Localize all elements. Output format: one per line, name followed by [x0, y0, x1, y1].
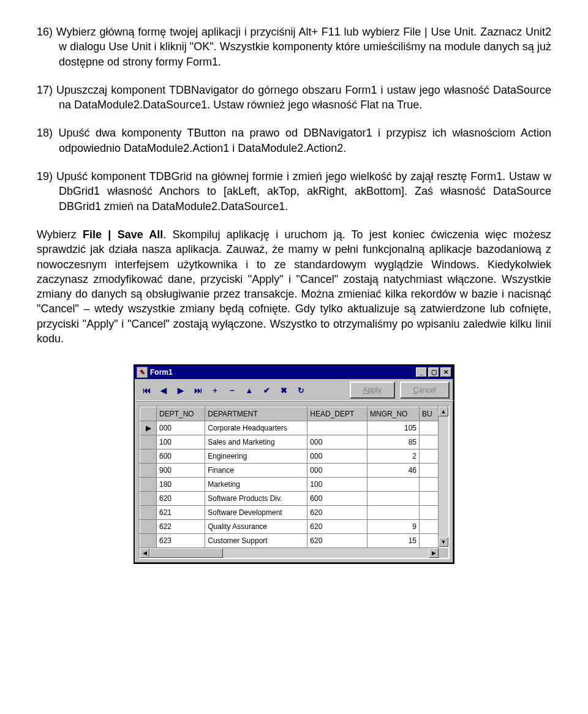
cell-bu[interactable] — [419, 435, 438, 449]
cell-bu[interactable] — [419, 421, 438, 435]
nav-prev-icon[interactable]: ◀ — [156, 383, 172, 397]
cell-head-dept[interactable]: 100 — [307, 478, 368, 492]
cell-mngr-no[interactable] — [368, 492, 420, 506]
cancel-rest: ancel — [418, 385, 436, 395]
cell-mngr-no[interactable] — [368, 506, 420, 520]
nav-insert-icon[interactable]: + — [207, 383, 223, 397]
cell-bu[interactable] — [419, 449, 438, 464]
paragraph-16: 16) Wybierz główną formę twojej aplikacj… — [37, 24, 551, 69]
cell-head-dept[interactable]: 000 — [307, 449, 368, 464]
nav-post-icon[interactable]: ✔ — [258, 383, 274, 397]
cell-bu[interactable] — [419, 534, 438, 548]
cell-dept-no[interactable]: 180 — [157, 478, 205, 492]
cell-head-dept[interactable]: 620 — [307, 506, 368, 520]
cell-mngr-no[interactable]: 85 — [368, 435, 420, 449]
col-mngr-no[interactable]: MNGR_NO — [368, 407, 420, 421]
row-indicator — [140, 534, 157, 548]
cell-bu[interactable] — [419, 478, 438, 492]
cell-dept-no[interactable]: 000 — [157, 421, 205, 435]
titlebar[interactable]: ✎ Form1 _ ▢ ✕ — [135, 366, 453, 379]
scroll-left-icon[interactable]: ◀ — [140, 548, 149, 558]
cell-dept-no[interactable]: 900 — [157, 464, 205, 478]
cell-bu[interactable] — [419, 506, 438, 520]
cell-department[interactable]: Marketing — [205, 478, 307, 492]
cell-bu[interactable] — [419, 464, 438, 478]
table-row[interactable]: 100Sales and Marketing00085 — [140, 435, 439, 449]
scroll-corner — [439, 548, 448, 558]
hscroll-thumb[interactable] — [149, 548, 223, 558]
cell-department[interactable]: Software Products Div. — [205, 492, 307, 506]
grid-corner — [140, 407, 157, 421]
dbgrid[interactable]: DEPT_NO DEPARTMENT HEAD_DEPT MNGR_NO BU … — [138, 405, 450, 559]
cell-head-dept[interactable]: 620 — [307, 534, 368, 548]
col-department[interactable]: DEPARTMENT — [205, 407, 307, 421]
table-row[interactable]: 622Quality Assurance6209 — [140, 520, 439, 534]
scroll-down-icon[interactable]: ▼ — [439, 537, 448, 547]
cell-department[interactable]: Engineering — [205, 449, 307, 464]
cell-dept-no[interactable]: 600 — [157, 449, 205, 464]
cancel-button[interactable]: Cancel — [400, 381, 450, 399]
close-button[interactable]: ✕ — [440, 367, 451, 377]
minimize-button[interactable]: _ — [416, 367, 427, 377]
nav-delete-icon[interactable]: − — [224, 383, 240, 397]
vscroll-track[interactable] — [439, 416, 448, 537]
cell-department[interactable]: Sales and Marketing — [205, 435, 307, 449]
nav-last-icon[interactable]: ⏭ — [190, 383, 206, 397]
cell-department[interactable]: Finance — [205, 464, 307, 478]
final-save-all: File | Save All — [83, 228, 163, 241]
table-row[interactable]: 623Customer Support62015 — [140, 534, 439, 548]
col-bu[interactable]: BU — [419, 407, 438, 421]
cell-dept-no[interactable]: 623 — [157, 534, 205, 548]
nav-cancel-icon[interactable]: ✖ — [276, 383, 292, 397]
vertical-scrollbar[interactable]: ▲ ▼ — [438, 407, 448, 547]
row-indicator — [140, 520, 157, 534]
cell-department[interactable]: Quality Assurance — [205, 520, 307, 534]
nav-edit-icon[interactable]: ▲ — [241, 383, 257, 397]
cell-mngr-no[interactable]: 46 — [368, 464, 420, 478]
row-indicator — [140, 464, 157, 478]
cell-head-dept[interactable]: 620 — [307, 520, 368, 534]
maximize-button[interactable]: ▢ — [428, 367, 439, 377]
cell-bu[interactable] — [419, 492, 438, 506]
table-row[interactable]: 600Engineering0002 — [140, 449, 439, 464]
col-dept-no[interactable]: DEPT_NO — [157, 407, 205, 421]
apply-button[interactable]: Apply — [350, 381, 395, 399]
cell-department[interactable]: Corporate Headquarters — [205, 421, 307, 435]
final-a: Wybierz — [37, 228, 83, 241]
cell-mngr-no[interactable]: 9 — [368, 520, 420, 534]
col-head-dept[interactable]: HEAD_DEPT — [307, 407, 368, 421]
nav-first-icon[interactable]: ⏮ — [138, 383, 154, 397]
table-row[interactable]: 900Finance00046 — [140, 464, 439, 478]
table-row[interactable]: 621Software Development620 — [140, 506, 439, 520]
cell-dept-no[interactable]: 622 — [157, 520, 205, 534]
cell-dept-no[interactable]: 620 — [157, 492, 205, 506]
row-indicator: ▶ — [140, 421, 157, 435]
cell-mngr-no[interactable]: 2 — [368, 449, 420, 464]
cell-dept-no[interactable]: 621 — [157, 506, 205, 520]
grid-table[interactable]: DEPT_NO DEPARTMENT HEAD_DEPT MNGR_NO BU … — [140, 407, 439, 548]
toolbar: ⏮ ◀ ▶ ⏭ + − ▲ ✔ ✖ ↻ Apply Cancel — [135, 379, 453, 402]
cell-head-dept[interactable]: 600 — [307, 492, 368, 506]
cell-department[interactable]: Software Development — [205, 506, 307, 520]
cell-head-dept[interactable]: 000 — [307, 464, 368, 478]
cell-mngr-no[interactable] — [368, 478, 420, 492]
nav-next-icon[interactable]: ▶ — [173, 383, 189, 397]
cell-head-dept[interactable] — [307, 421, 368, 435]
nav-refresh-icon[interactable]: ↻ — [293, 383, 309, 397]
table-row[interactable]: 620Software Products Div.600 — [140, 492, 439, 506]
cell-mngr-no[interactable]: 15 — [368, 534, 420, 548]
table-row[interactable]: ▶000Corporate Headquarters105 — [140, 421, 439, 435]
paragraph-18: 18) Upuść dwa komponenty TButton na praw… — [37, 126, 551, 156]
cell-mngr-no[interactable]: 105 — [368, 421, 420, 435]
table-row[interactable]: 180Marketing100 — [140, 478, 439, 492]
cell-head-dept[interactable]: 000 — [307, 435, 368, 449]
cell-department[interactable]: Customer Support — [205, 534, 307, 548]
row-indicator — [140, 435, 157, 449]
scroll-right-icon[interactable]: ▶ — [429, 548, 439, 558]
scroll-up-icon[interactable]: ▲ — [439, 407, 448, 416]
cell-dept-no[interactable]: 100 — [157, 435, 205, 449]
hscroll-track[interactable] — [149, 548, 429, 558]
horizontal-scrollbar[interactable]: ◀ ▶ — [140, 547, 439, 558]
cell-bu[interactable] — [419, 520, 438, 534]
paragraph-19: 19) Upuść komponent TDBGrid na głównej f… — [37, 169, 551, 214]
